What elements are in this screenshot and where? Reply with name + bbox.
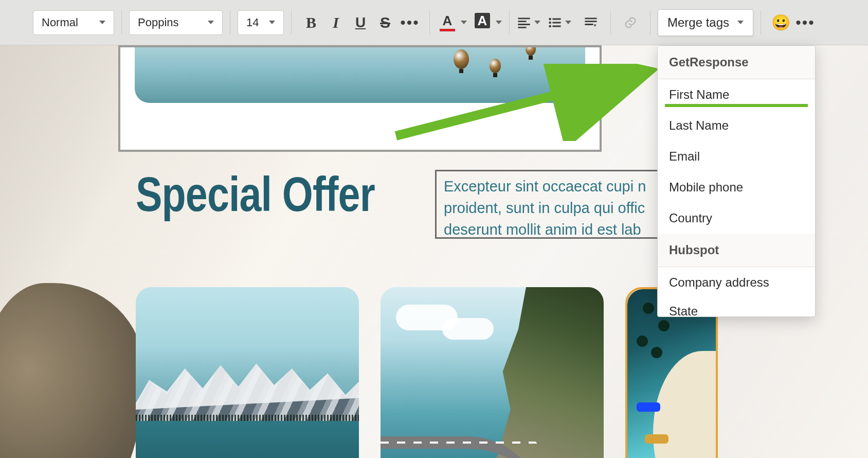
svg-point-2 <box>549 25 551 27</box>
more-text-formats-button[interactable]: ••• <box>397 10 422 35</box>
chevron-down-icon <box>496 21 502 24</box>
merge-tag-option[interactable]: State <box>658 298 815 316</box>
merge-tags-group-header: Hubspot <box>658 234 815 267</box>
toolbar-separator <box>291 11 292 34</box>
balloon-decoration <box>454 49 469 69</box>
align-left-icon <box>517 15 531 30</box>
toolbar-separator <box>650 11 650 34</box>
font-family-select[interactable]: Poppins <box>129 10 223 35</box>
emoji-button[interactable]: 😀 <box>768 10 793 35</box>
editor-toolbar: Normal Poppins 14 B I U S ••• A A <box>0 0 868 45</box>
toolbar-separator <box>509 11 510 34</box>
merge-tag-option[interactable]: Last Name <box>658 110 815 141</box>
hero-image <box>135 47 585 103</box>
image-card[interactable] <box>136 287 359 458</box>
more-tools-button[interactable]: ••• <box>793 10 818 35</box>
chevron-down-icon <box>269 21 275 24</box>
text-color-icon: A <box>443 14 453 27</box>
merge-tag-option[interactable]: Company address <box>658 267 815 298</box>
link-icon <box>623 15 638 30</box>
italic-icon: I <box>333 14 339 31</box>
more-icon: ••• <box>795 14 815 31</box>
list-button[interactable] <box>548 15 571 30</box>
merge-tag-option[interactable]: Email <box>658 141 815 172</box>
merge-tag-option[interactable]: Country <box>658 203 815 234</box>
merge-tag-option[interactable]: First Name <box>658 79 815 110</box>
font-family-label: Poppins <box>138 16 201 29</box>
paragraph-style-label: Normal <box>42 16 92 29</box>
svg-point-1 <box>549 21 551 24</box>
text-color-swatch <box>440 29 455 31</box>
toolbar-separator <box>429 11 430 34</box>
chevron-down-icon <box>461 21 467 24</box>
font-size-label: 14 <box>246 16 262 29</box>
merge-tag-option[interactable]: Mobile phone <box>658 172 815 203</box>
toolbar-separator <box>230 11 230 34</box>
toolbar-separator <box>121 11 122 34</box>
bold-button[interactable]: B <box>299 10 323 35</box>
merge-tags-button[interactable]: Merge tags <box>658 9 753 36</box>
background-color-button[interactable]: A <box>472 10 502 35</box>
merge-tags-dropdown: GetResponse First Name Last Name Email M… <box>657 45 816 317</box>
image-card[interactable] <box>381 287 604 458</box>
selected-image-block[interactable] <box>118 45 602 152</box>
bold-icon: B <box>306 14 316 31</box>
balloon-decoration <box>526 47 536 56</box>
paragraph-style-select[interactable]: Normal <box>33 10 114 35</box>
paragraph-format-button[interactable] <box>578 10 603 35</box>
more-icon: ••• <box>400 14 420 31</box>
bulleted-list-icon <box>548 15 562 30</box>
align-button[interactable] <box>517 15 540 30</box>
headline-text[interactable]: Special Offer <box>136 167 375 222</box>
merge-tags-group-header: GetResponse <box>658 46 815 79</box>
balloon-decoration <box>490 59 501 73</box>
background-decoration <box>0 283 144 458</box>
paragraph-format-icon <box>584 15 598 30</box>
toolbar-separator <box>761 11 761 34</box>
image-cards-row <box>136 287 718 458</box>
text-color-button[interactable]: A <box>437 10 467 35</box>
chevron-down-icon <box>534 21 540 24</box>
chevron-down-icon <box>737 21 744 24</box>
font-size-select[interactable]: 14 <box>238 10 284 35</box>
svg-point-0 <box>549 17 551 20</box>
insert-link-button[interactable] <box>618 10 643 35</box>
underline-button[interactable]: U <box>348 10 373 35</box>
underline-icon: U <box>355 14 366 31</box>
strikethrough-icon: S <box>380 14 390 31</box>
merge-tags-label: Merge tags <box>667 15 729 30</box>
chevron-down-icon <box>99 21 105 24</box>
toolbar-separator <box>610 11 611 34</box>
italic-button[interactable]: I <box>323 10 348 35</box>
strikethrough-button[interactable]: S <box>373 10 397 35</box>
chevron-down-icon <box>208 21 214 24</box>
chevron-down-icon <box>565 21 571 24</box>
background-color-icon: A <box>475 13 491 28</box>
emoji-icon: 😀 <box>771 13 790 31</box>
